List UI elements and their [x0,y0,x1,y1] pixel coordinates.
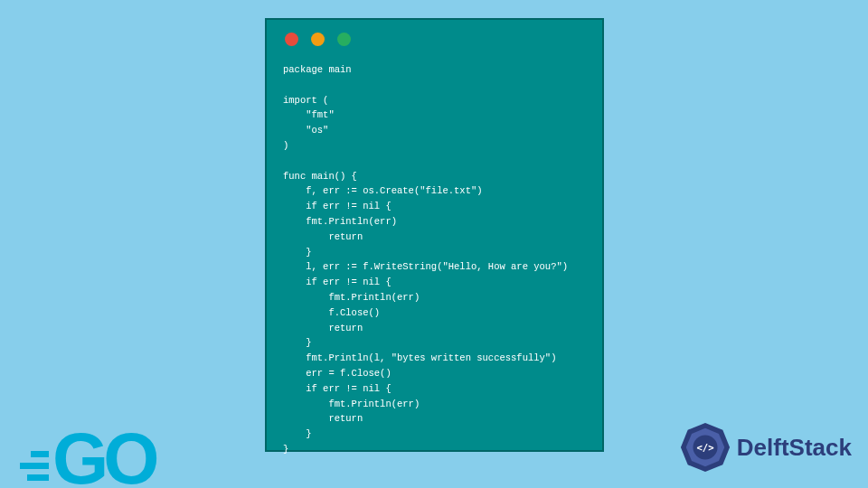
maximize-icon[interactable] [337,33,351,46]
delftstack-logo: </> DelftStack [679,421,852,474]
minimize-icon[interactable] [311,33,325,46]
code-window: package main import ( "fmt" "os" ) func … [265,18,604,452]
delftstack-badge-icon: </> [679,421,731,474]
svg-text:</>: </> [696,442,713,454]
traffic-lights [283,33,586,46]
go-logo-text: GO [52,430,154,488]
delftstack-logo-text: DelftStack [737,434,852,462]
close-icon[interactable] [285,33,298,46]
go-speed-lines-icon [11,451,49,481]
code-content: package main import ( "fmt" "os" ) func … [283,62,586,457]
go-logo: GO [11,430,154,488]
